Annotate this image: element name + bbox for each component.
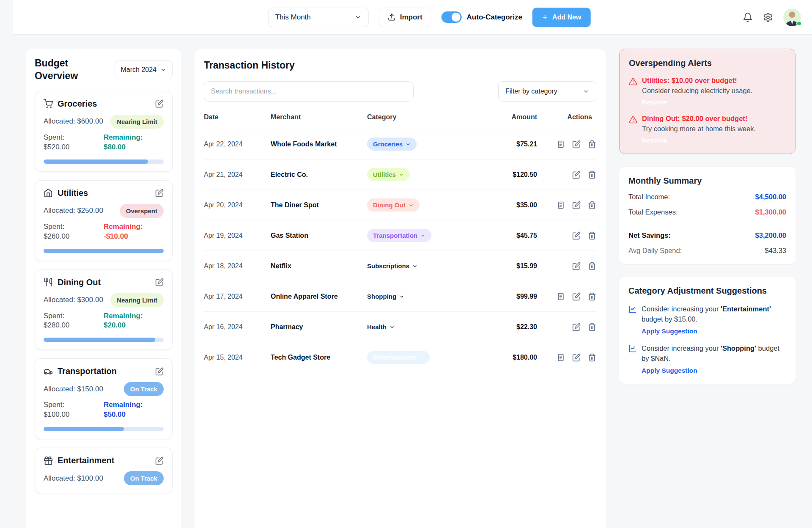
add-new-label: Add New xyxy=(552,14,581,21)
trash-icon xyxy=(588,323,596,331)
bell-icon xyxy=(743,12,753,22)
edit-transaction-button[interactable] xyxy=(572,201,581,209)
search-input[interactable] xyxy=(204,81,414,102)
transaction-merchant: Whole Foods Market xyxy=(271,140,367,148)
edit-transaction-button[interactable] xyxy=(572,353,581,362)
status-badge: Nearing Limit xyxy=(110,115,164,129)
budget-month-select[interactable]: March 2024 xyxy=(115,60,173,79)
edit-budget-button[interactable] xyxy=(155,189,164,197)
spent-value: $280.00 xyxy=(44,321,104,330)
category-label: Groceries xyxy=(373,140,403,148)
category-label: Shopping xyxy=(367,293,396,300)
add-new-button[interactable]: Add New xyxy=(532,8,590,27)
suggestion-text-before: Consider increasing your xyxy=(642,344,721,352)
resolve-button[interactable]: Resolve xyxy=(642,99,667,106)
table-row: Apr 19, 2024 Gas Station Transportation … xyxy=(204,220,596,250)
budget-progress-fill xyxy=(44,427,124,431)
auto-categorize-toggle[interactable] xyxy=(442,11,462,23)
budget-progress-bar xyxy=(44,249,164,253)
import-button[interactable]: Import xyxy=(379,8,431,27)
budget-card: Groceries Allocated: $600.00 Nearing Lim… xyxy=(35,91,173,172)
column-header-merchant: Merchant xyxy=(271,113,367,121)
edit-budget-button[interactable] xyxy=(155,456,164,465)
edit-transaction-button[interactable] xyxy=(572,292,581,301)
transaction-history-title: Transaction History xyxy=(204,60,596,71)
transaction-history-panel: Transaction History Filter by category D… xyxy=(195,49,606,528)
chevron-down-icon xyxy=(583,88,589,95)
category-suggestions-title: Category Adjustment Suggestions xyxy=(628,286,786,296)
apply-suggestion-button[interactable]: Apply Suggestion xyxy=(642,327,697,335)
category-label: Dining Out xyxy=(373,201,406,209)
receipt-button[interactable] xyxy=(557,292,565,301)
warning-icon xyxy=(629,77,637,106)
suggestion-text-after: budget by $15.00. xyxy=(642,315,697,323)
allocated-value: $300.00 xyxy=(77,296,103,304)
edit-transaction-button[interactable] xyxy=(572,231,581,240)
edit-budget-button[interactable] xyxy=(155,367,164,376)
remaining-label: Remaining: xyxy=(104,311,164,321)
budget-progress-bar xyxy=(44,160,164,164)
edit-transaction-button[interactable] xyxy=(572,323,581,331)
category-pill[interactable]: Transportation xyxy=(367,229,431,242)
month-range-select[interactable]: This Month xyxy=(268,8,369,27)
monthly-summary-card: Monthly Summary Total Income: $4,500.00 … xyxy=(619,167,796,264)
apply-suggestion-button[interactable]: Apply Suggestion xyxy=(642,367,697,374)
budget-card: Dining Out Allocated: $300.00 Nearing Li… xyxy=(35,270,173,350)
transaction-amount: $180.00 xyxy=(474,354,537,361)
category-pill[interactable]: Health xyxy=(367,320,395,333)
edit-transaction-button[interactable] xyxy=(572,262,581,270)
table-header-row: Date Merchant Category Amount Actions xyxy=(204,113,596,129)
transaction-amount: $22.30 xyxy=(474,323,537,331)
delete-transaction-button[interactable] xyxy=(588,353,596,362)
toggle-knob xyxy=(452,13,461,22)
transaction-merchant: The Diner Spot xyxy=(271,201,367,209)
overspending-alerts-title: Overspending Alerts xyxy=(629,58,786,68)
transaction-merchant: Tech Gadget Store xyxy=(271,354,367,361)
delete-transaction-button[interactable] xyxy=(588,262,596,270)
chevron-down-icon xyxy=(390,324,395,330)
chevron-down-icon xyxy=(420,233,425,238)
settings-button[interactable] xyxy=(763,12,773,22)
receipt-button[interactable] xyxy=(557,353,565,362)
allocated-label: Allocated: xyxy=(44,206,75,214)
category-label: Entertainment xyxy=(373,354,416,361)
suggestion-category: 'Entertainment' xyxy=(721,305,771,313)
notifications-button[interactable] xyxy=(743,12,753,22)
category-label: Utilities xyxy=(373,171,396,178)
delete-transaction-button[interactable] xyxy=(588,292,596,301)
status-badge: On Track xyxy=(124,471,164,485)
resolve-button[interactable]: Resolve xyxy=(642,137,667,144)
avatar[interactable] xyxy=(783,8,801,26)
category-pill[interactable]: Utilities xyxy=(367,168,410,181)
remaining-value: -$10.00 xyxy=(104,232,164,242)
spent-label: Spent: xyxy=(44,133,104,143)
net-savings-label: Net Savings: xyxy=(628,231,671,239)
suggestion-category: 'Shopping' xyxy=(721,344,756,352)
edit-transaction-button[interactable] xyxy=(572,170,581,179)
category-pill[interactable]: Dining Out xyxy=(367,198,420,212)
edit-budget-button[interactable] xyxy=(155,278,164,286)
transaction-date: Apr 17, 2024 xyxy=(204,293,271,300)
category-pill[interactable]: Entertainment xyxy=(367,351,430,364)
filter-category-select[interactable]: Filter by category xyxy=(498,81,596,102)
receipt-button[interactable] xyxy=(557,140,565,148)
receipt-button[interactable] xyxy=(557,201,565,209)
delete-transaction-button[interactable] xyxy=(588,201,596,209)
delete-transaction-button[interactable] xyxy=(588,323,596,331)
edit-transaction-button[interactable] xyxy=(572,140,581,148)
budget-category-name: Groceries xyxy=(58,99,97,109)
chevron-down-icon xyxy=(399,172,404,177)
trash-icon xyxy=(588,231,596,240)
transaction-amount: $75.21 xyxy=(474,140,537,148)
trash-icon xyxy=(588,292,596,301)
category-pill[interactable]: Subscriptions xyxy=(367,259,417,272)
category-pill[interactable]: Groceries xyxy=(367,138,417,151)
total-expenses-value: $1,300.00 xyxy=(755,208,786,216)
delete-transaction-button[interactable] xyxy=(588,140,596,148)
month-range-value: This Month xyxy=(275,13,311,22)
edit-budget-button[interactable] xyxy=(155,99,164,108)
remaining-value: $20.00 xyxy=(104,321,164,330)
delete-transaction-button[interactable] xyxy=(588,170,596,179)
delete-transaction-button[interactable] xyxy=(588,231,596,240)
category-pill[interactable]: Shopping xyxy=(367,290,404,303)
